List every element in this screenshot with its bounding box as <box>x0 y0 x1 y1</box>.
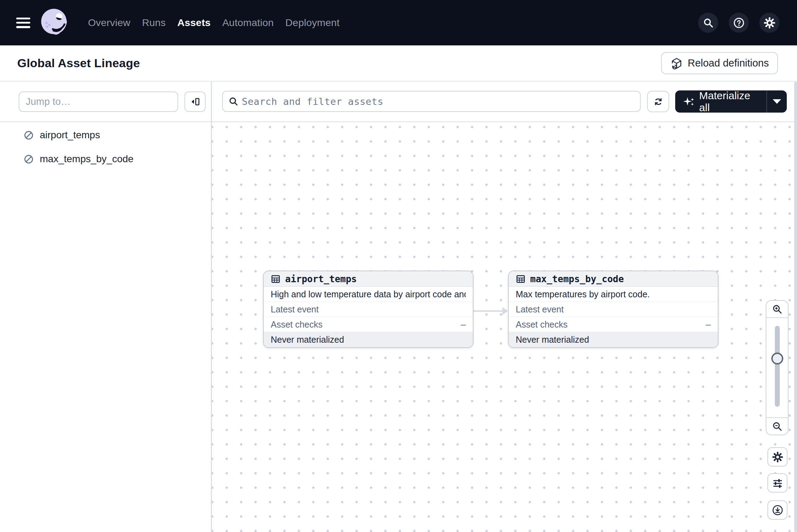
asset-node-airport-temps[interactable]: airport_temps High and low temperature d… <box>263 271 473 348</box>
download-icon <box>772 504 784 516</box>
canvas-download-button[interactable] <box>767 500 787 520</box>
materialize-all-label: Materialize all <box>699 90 759 114</box>
zoom-control-panel <box>766 300 789 435</box>
toolbar-row: Materialize all <box>0 82 797 122</box>
asset-search-input[interactable] <box>242 96 634 107</box>
jump-to-input[interactable] <box>19 91 178 112</box>
filters-icon <box>772 477 783 489</box>
asset-node-header: max_temps_by_code <box>509 271 718 287</box>
asset-checks-value: – <box>706 319 711 330</box>
nav-link-runs[interactable]: Runs <box>142 17 165 28</box>
sidebar-item-max-temps-by-code[interactable]: max_temps_by_code <box>0 148 211 170</box>
latest-event-label: Latest event <box>516 304 564 315</box>
collapse-sidebar-button[interactable] <box>184 91 206 112</box>
gear-icon <box>764 17 776 29</box>
zoom-out-icon <box>772 421 783 432</box>
reload-definitions-label: Reload definitions <box>688 57 769 69</box>
page-title: Global Asset Lineage <box>17 56 140 70</box>
hamburger-menu-icon[interactable] <box>16 18 30 28</box>
help-button[interactable] <box>729 13 749 33</box>
asset-node-title: airport_temps <box>285 274 357 284</box>
lineage-edge-arrow <box>473 310 502 312</box>
nav-link-assets[interactable]: Assets <box>177 17 211 28</box>
sidebar-item-airport-temps[interactable]: airport_temps <box>0 124 211 146</box>
no-materialization-icon <box>23 154 34 165</box>
nav-link-overview[interactable]: Overview <box>88 17 130 28</box>
asset-node-header: airport_temps <box>264 271 473 287</box>
asset-name: max_temps_by_code <box>40 153 133 165</box>
zoom-in-icon <box>772 304 783 315</box>
nav-link-deployment[interactable]: Deployment <box>285 17 340 28</box>
primary-nav: Overview Runs Assets Automation Deployme… <box>88 17 340 28</box>
caret-down-icon <box>773 99 781 104</box>
asset-description: High and low temperature data by airport… <box>271 289 466 299</box>
materialize-all-button[interactable]: Materialize all <box>675 90 787 113</box>
zoom-slider[interactable] <box>766 318 788 417</box>
settings-button[interactable] <box>759 13 779 33</box>
help-icon <box>733 17 745 28</box>
dagster-logo-icon[interactable] <box>37 5 73 41</box>
asset-search-box <box>222 91 641 112</box>
zoom-slider-track[interactable] <box>775 326 780 407</box>
sparkles-icon <box>683 95 695 108</box>
sidebar-asset-list: airport_temps max_temps_by_code <box>0 122 211 170</box>
search-icon <box>703 18 714 28</box>
top-navbar: Overview Runs Assets Automation Deployme… <box>0 0 797 45</box>
table-icon <box>516 274 526 284</box>
asset-description: Max temperatures by airport code. <box>516 289 650 299</box>
table-icon <box>271 274 281 284</box>
asset-checks-value: – <box>461 319 466 330</box>
reload-code-location-icon <box>670 57 683 70</box>
zoom-in-button[interactable] <box>766 301 788 318</box>
zoom-out-button[interactable] <box>766 417 788 435</box>
asset-node-title: max_temps_by_code <box>530 274 624 284</box>
search-button[interactable] <box>698 13 718 33</box>
navbar-actions <box>698 13 779 33</box>
reload-definitions-button[interactable]: Reload definitions <box>661 52 778 74</box>
zoom-slider-thumb[interactable] <box>771 353 783 365</box>
gear-icon <box>772 451 783 463</box>
vertical-scrollbar[interactable] <box>794 82 797 532</box>
asset-node-max-temps-by-code[interactable]: max_temps_by_code Max temperatures by ai… <box>508 271 718 348</box>
asset-checks-label: Asset checks <box>516 319 567 330</box>
materialize-dropdown-button[interactable] <box>766 90 787 113</box>
latest-event-label: Latest event <box>271 304 319 315</box>
nav-link-automation[interactable]: Automation <box>222 17 274 28</box>
refresh-cycle-icon <box>653 96 664 107</box>
materialize-all-main[interactable]: Materialize all <box>675 90 766 113</box>
no-materialization-icon <box>23 130 34 141</box>
materialization-status: Never materialized <box>264 332 473 347</box>
asset-checks-label: Asset checks <box>271 319 322 330</box>
search-icon <box>228 96 238 106</box>
refresh-button[interactable] <box>647 91 669 112</box>
canvas-filters-button[interactable] <box>767 473 787 493</box>
page-header: Global Asset Lineage Reload definitions <box>0 45 797 82</box>
asset-name: airport_temps <box>40 129 100 141</box>
canvas-settings-button[interactable] <box>767 447 787 467</box>
collapse-panel-icon <box>189 96 201 107</box>
materialization-status: Never materialized <box>509 332 718 347</box>
